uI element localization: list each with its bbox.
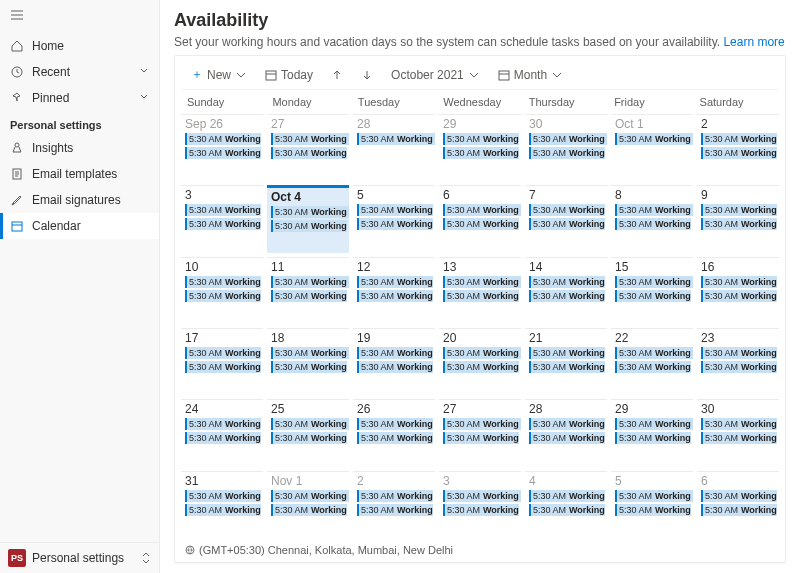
event[interactable]: 5:30 AM Working <box>357 290 433 302</box>
calendar-cell[interactable]: Sep 265:30 AM Working5:30 AM Working <box>181 114 263 181</box>
calendar-cell[interactable]: 195:30 AM Working5:30 AM Working <box>353 328 435 395</box>
calendar-cell[interactable]: 165:30 AM Working5:30 AM Working <box>697 257 779 324</box>
event[interactable]: 5:30 AM Working <box>701 347 777 359</box>
nav-calendar[interactable]: Calendar <box>0 213 159 239</box>
calendar-cell[interactable]: 285:30 AM Working5:30 AM Working <box>525 399 607 466</box>
bottom-bar[interactable]: PS Personal settings <box>0 542 159 573</box>
event[interactable]: 5:30 AM Working <box>185 218 261 230</box>
timezone-label[interactable]: (GMT+05:30) Chennai, Kolkata, Mumbai, Ne… <box>181 538 779 558</box>
event[interactable]: 5:30 AM Working <box>615 218 691 230</box>
event[interactable]: 5:30 AM Working <box>443 432 519 444</box>
calendar-cell[interactable]: 55:30 AM Working5:30 AM Working <box>611 471 693 538</box>
event[interactable]: 5:30 AM Working <box>271 504 347 516</box>
event[interactable]: 5:30 AM Working <box>529 204 605 216</box>
event[interactable]: 5:30 AM Working <box>443 418 521 430</box>
new-button[interactable]: ＋ New <box>187 64 251 85</box>
event[interactable]: 5:30 AM Working <box>443 490 521 502</box>
calendar-cell[interactable]: 85:30 AM Working5:30 AM Working <box>611 185 693 252</box>
event[interactable]: 5:30 AM Working <box>443 276 521 288</box>
event[interactable]: 5:30 AM Working <box>271 361 347 373</box>
calendar-cell[interactable]: 45:30 AM Working5:30 AM Working <box>525 471 607 538</box>
calendar-cell[interactable]: 55:30 AM Working5:30 AM Working <box>353 185 435 252</box>
calendar-cell[interactable]: 65:30 AM Working5:30 AM Working <box>697 471 779 538</box>
calendar-cell[interactable]: 205:30 AM Working5:30 AM Working <box>439 328 521 395</box>
nav-email-templates[interactable]: Email templates <box>0 161 159 187</box>
calendar-cell[interactable]: 245:30 AM Working5:30 AM Working <box>181 399 263 466</box>
event[interactable]: 5:30 AM Working <box>443 218 519 230</box>
event[interactable]: 5:30 AM Working <box>615 276 693 288</box>
event[interactable]: 5:30 AM Working <box>185 276 261 288</box>
event[interactable]: 5:30 AM Working <box>185 418 261 430</box>
calendar-cell[interactable]: 295:30 AM Working5:30 AM Working <box>611 399 693 466</box>
calendar-cell[interactable]: 185:30 AM Working5:30 AM Working <box>267 328 349 395</box>
event[interactable]: 5:30 AM Working <box>615 347 693 359</box>
calendar-cell[interactable]: 215:30 AM Working5:30 AM Working <box>525 328 607 395</box>
nav-recent[interactable]: Recent <box>0 59 159 85</box>
event[interactable]: 5:30 AM Working <box>185 432 261 444</box>
event[interactable]: 5:30 AM Working <box>701 432 777 444</box>
calendar-cell[interactable]: 35:30 AM Working5:30 AM Working <box>181 185 263 252</box>
prev-button[interactable] <box>327 67 347 83</box>
event[interactable]: 5:30 AM Working <box>615 204 693 216</box>
event[interactable]: 5:30 AM Working <box>529 276 605 288</box>
event[interactable]: 5:30 AM Working <box>357 133 435 145</box>
calendar-cell[interactable]: 25:30 AM Working5:30 AM Working <box>697 114 779 181</box>
learn-more-link[interactable]: Learn more <box>723 35 784 49</box>
event[interactable]: 5:30 AM Working <box>443 133 519 145</box>
event[interactable]: 5:30 AM Working <box>357 204 433 216</box>
event[interactable]: 5:30 AM Working <box>357 347 433 359</box>
event[interactable]: 5:30 AM Working <box>615 290 691 302</box>
event[interactable]: 5:30 AM Working <box>185 133 261 145</box>
event[interactable]: 5:30 AM Working <box>701 361 777 373</box>
calendar-cell[interactable]: 175:30 AM Working5:30 AM Working <box>181 328 263 395</box>
event[interactable]: 5:30 AM Working <box>185 290 261 302</box>
event[interactable]: 5:30 AM Working <box>529 218 605 230</box>
nav-home[interactable]: Home <box>0 33 159 59</box>
calendar-cell[interactable]: 115:30 AM Working5:30 AM Working <box>267 257 349 324</box>
event[interactable]: 5:30 AM Working <box>357 361 433 373</box>
event[interactable]: 5:30 AM Working <box>357 418 433 430</box>
nav-email-signatures[interactable]: Email signatures <box>0 187 159 213</box>
calendar-cell[interactable]: 125:30 AM Working5:30 AM Working <box>353 257 435 324</box>
calendar-cell[interactable]: 285:30 AM Working <box>353 114 435 181</box>
calendar-cell[interactable]: 315:30 AM Working5:30 AM Working <box>181 471 263 538</box>
month-year-picker[interactable]: October 2021 <box>387 66 484 84</box>
event[interactable]: 5:30 AM Working <box>701 133 777 145</box>
calendar-cell[interactable]: Nov 15:30 AM Working5:30 AM Working <box>267 471 349 538</box>
calendar-cell[interactable]: 95:30 AM Working5:30 AM Working <box>697 185 779 252</box>
event[interactable]: 5:30 AM Working <box>185 147 261 159</box>
event[interactable]: 5:30 AM Working <box>185 490 261 502</box>
view-picker[interactable]: Month <box>494 66 567 84</box>
event[interactable]: 5:30 AM Working <box>185 347 261 359</box>
calendar-cell[interactable]: Oct 45:30 AM Working5:30 AM Working <box>267 185 349 252</box>
calendar-cell[interactable]: 305:30 AM Working5:30 AM Working <box>697 399 779 466</box>
event[interactable]: 5:30 AM Working <box>443 147 519 159</box>
event[interactable]: 5:30 AM Working <box>271 490 349 502</box>
calendar-cell[interactable]: 65:30 AM Working5:30 AM Working <box>439 185 521 252</box>
event[interactable]: 5:30 AM Working <box>615 432 691 444</box>
event[interactable]: 5:30 AM Working <box>529 133 607 145</box>
event[interactable]: 5:30 AM Working <box>357 432 433 444</box>
event[interactable]: 5:30 AM Working <box>443 290 519 302</box>
calendar-cell[interactable]: 35:30 AM Working5:30 AM Working <box>439 471 521 538</box>
event[interactable]: 5:30 AM Working <box>701 147 777 159</box>
event[interactable]: 5:30 AM Working <box>701 490 777 502</box>
event[interactable]: 5:30 AM Working <box>529 147 605 159</box>
event[interactable]: 5:30 AM Working <box>357 490 433 502</box>
calendar-cell[interactable]: 275:30 AM Working5:30 AM Working <box>267 114 349 181</box>
event[interactable]: 5:30 AM Working <box>271 206 349 218</box>
calendar-cell[interactable]: 295:30 AM Working5:30 AM Working <box>439 114 521 181</box>
event[interactable]: 5:30 AM Working <box>615 504 691 516</box>
next-button[interactable] <box>357 67 377 83</box>
calendar-cell[interactable]: 75:30 AM Working5:30 AM Working <box>525 185 607 252</box>
nav-pinned[interactable]: Pinned <box>0 85 159 111</box>
event[interactable]: 5:30 AM Working <box>185 204 261 216</box>
calendar-cell[interactable]: 275:30 AM Working5:30 AM Working <box>439 399 521 466</box>
calendar-cell[interactable]: 265:30 AM Working5:30 AM Working <box>353 399 435 466</box>
event[interactable]: 5:30 AM Working <box>529 361 605 373</box>
event[interactable]: 5:30 AM Working <box>185 504 261 516</box>
event[interactable]: 5:30 AM Working <box>701 504 777 516</box>
event[interactable]: 5:30 AM Working <box>443 347 521 359</box>
event[interactable]: 5:30 AM Working <box>529 347 605 359</box>
event[interactable]: 5:30 AM Working <box>529 432 605 444</box>
